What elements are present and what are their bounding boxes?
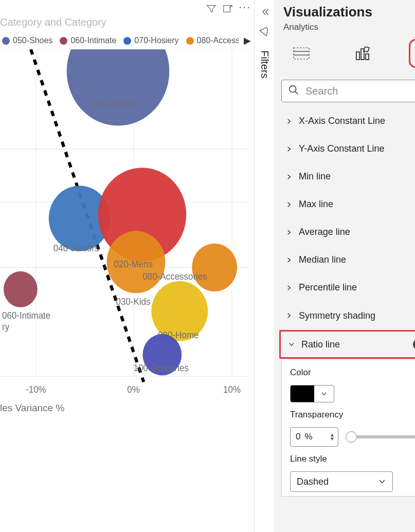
- svg-text:ry: ry: [2, 322, 9, 333]
- chevron-right-icon: [284, 312, 294, 319]
- svg-point-17: [4, 271, 38, 307]
- pane-subtitle: Analytics: [275, 20, 415, 32]
- svg-line-39: [295, 91, 298, 95]
- option-average-line[interactable]: Average line: [275, 218, 415, 246]
- option-y-axis-constant-line[interactable]: Y-Axis Constant Line: [275, 135, 415, 163]
- legend-scroll-right-icon[interactable]: ▶: [244, 35, 251, 46]
- filters-rail[interactable]: Filters: [255, 0, 275, 532]
- svg-rect-0: [224, 6, 230, 12]
- color-swatch: [291, 386, 314, 402]
- svg-text:040-Juniors: 040-Juniors: [53, 243, 99, 253]
- transparency-input[interactable]: 0 % ▲▼: [290, 427, 338, 447]
- svg-text:080-Accessories: 080-Accessories: [142, 271, 207, 282]
- option-median-line[interactable]: Median line: [275, 246, 415, 274]
- stepper-icon[interactable]: ▲▼: [330, 433, 338, 441]
- chevron-right-icon: [284, 173, 294, 180]
- chevron-right-icon: [284, 145, 294, 153]
- more-options-icon[interactable]: ···: [239, 4, 250, 15]
- tab-fields[interactable]: [290, 42, 313, 65]
- svg-text:050-Shoes: 050-Shoes: [94, 99, 136, 109]
- svg-point-20: [192, 244, 237, 291]
- search-icon: [288, 84, 299, 98]
- filter-icon[interactable]: [206, 3, 217, 16]
- svg-text:-10%: -10%: [26, 384, 46, 395]
- option-max-line[interactable]: Max line: [275, 191, 415, 218]
- chevron-down-icon: [378, 478, 386, 486]
- filters-icon[interactable]: [259, 27, 270, 40]
- chevron-right-icon: [284, 256, 294, 264]
- option-x-axis-constant-line[interactable]: X-Axis Constant Line: [275, 107, 415, 135]
- svg-text:030-Kids: 030-Kids: [116, 296, 151, 307]
- chevron-right-icon: [284, 118, 294, 125]
- tab-format[interactable]: [351, 42, 374, 65]
- linestyle-label: Line style: [290, 454, 415, 464]
- svg-rect-30: [294, 48, 309, 59]
- color-label: Color: [290, 368, 415, 378]
- chart-title: Category and Category: [0, 16, 106, 28]
- option-symmetry-shading[interactable]: Symmetry shading Off: [275, 302, 415, 330]
- transparency-label: Transparency: [290, 410, 415, 420]
- option-min-line[interactable]: Min line: [275, 163, 415, 191]
- ratio-line-settings: Color Transparency 0 % ▲▼ Line: [281, 359, 415, 497]
- svg-rect-35: [366, 54, 369, 60]
- chevron-right-icon: [284, 201, 294, 208]
- chevron-right-icon: [284, 284, 294, 291]
- svg-point-38: [290, 86, 296, 93]
- chart-plot[interactable]: 050-Shoes 040-Juniors 020-Mens 060-Intim…: [0, 49, 249, 398]
- chevron-right-icon: [284, 229, 294, 236]
- pane-title: Visualizations: [283, 4, 372, 20]
- chevron-down-icon: [287, 341, 296, 348]
- svg-point-10: [67, 49, 170, 126]
- tab-analytics[interactable]: [411, 42, 415, 65]
- chevron-down-icon: [314, 390, 334, 397]
- transparency-slider[interactable]: [346, 431, 415, 443]
- chart-visual[interactable]: ··· Category and Category 050-Shoes 060-…: [0, 0, 255, 532]
- svg-text:100-Groceries: 100-Groceries: [133, 362, 189, 373]
- focus-mode-icon[interactable]: [222, 3, 233, 16]
- linestyle-dropdown[interactable]: Dashed: [290, 471, 393, 492]
- svg-text:0%: 0%: [127, 384, 140, 395]
- svg-text:10%: 10%: [223, 384, 241, 395]
- chart-legend: 050-Shoes 060-Intimate 070-Hosiery 080-A…: [2, 36, 239, 45]
- filters-label: Filters: [259, 50, 270, 78]
- search-input[interactable]: [304, 85, 415, 98]
- option-ratio-line[interactable]: Ratio line On: [281, 332, 415, 357]
- option-percentile-line[interactable]: Percentile line: [275, 274, 415, 302]
- collapse-left-icon[interactable]: [259, 6, 270, 20]
- color-picker[interactable]: [290, 385, 334, 402]
- search-box[interactable]: [281, 80, 415, 102]
- ratio-line-toggle[interactable]: On: [413, 339, 415, 350]
- svg-text:060-Intimate: 060-Intimate: [2, 310, 50, 321]
- visualizations-pane: Visualizations » Analytics: [275, 0, 415, 532]
- svg-text:020-Mens: 020-Mens: [114, 259, 153, 270]
- svg-rect-33: [356, 52, 359, 60]
- x-axis-title: les Variance %: [0, 402, 64, 414]
